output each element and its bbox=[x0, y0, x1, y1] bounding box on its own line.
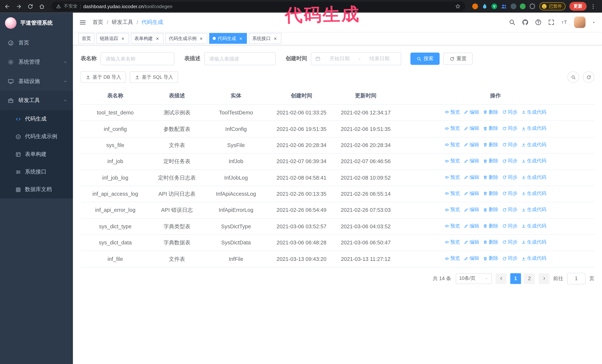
action-generate-code[interactable]: 生成代码 bbox=[521, 190, 547, 197]
tag-home[interactable]: 首页 bbox=[78, 33, 95, 44]
avatar-caret-icon[interactable] bbox=[592, 20, 596, 24]
action-delete[interactable]: 删除 bbox=[483, 206, 498, 213]
browser-menu-icon[interactable] bbox=[588, 1, 598, 11]
reset-button[interactable]: 重置 bbox=[443, 52, 473, 65]
action-edit[interactable]: 编辑 bbox=[464, 109, 479, 116]
action-delete[interactable]: 删除 bbox=[483, 239, 498, 246]
help-icon[interactable] bbox=[535, 19, 542, 26]
action-sync[interactable]: 同步 bbox=[502, 206, 517, 213]
action-generate-code[interactable]: 生成代码 bbox=[521, 125, 547, 132]
browser-home-icon[interactable] bbox=[37, 1, 47, 11]
action-sync[interactable]: 同步 bbox=[502, 255, 517, 262]
sidebar-subitem-codegen-example[interactable]: 代码生成示例 bbox=[0, 128, 73, 145]
action-delete[interactable]: 删除 bbox=[483, 109, 498, 116]
action-sync[interactable]: 同步 bbox=[502, 174, 517, 181]
action-edit[interactable]: 编辑 bbox=[464, 190, 479, 197]
address-bar[interactable]: 不安全 dashboard.yudao.iocoder.cn/tool/code… bbox=[52, 1, 465, 11]
table-desc-input[interactable] bbox=[204, 52, 276, 65]
github-icon[interactable] bbox=[522, 19, 529, 26]
action-generate-code[interactable]: 生成代码 bbox=[521, 141, 547, 148]
extension-leaf-icon[interactable] bbox=[520, 3, 526, 9]
profile-paused-badge[interactable]: 已暂停 bbox=[539, 2, 566, 10]
action-edit[interactable]: 编辑 bbox=[464, 174, 479, 181]
table-name-input[interactable] bbox=[101, 52, 174, 65]
close-icon[interactable]: × bbox=[199, 36, 204, 41]
sidebar-subitem-form-builder[interactable]: 表单构建 bbox=[0, 146, 73, 163]
browser-back-icon[interactable] bbox=[2, 1, 12, 11]
action-preview[interactable]: 预览 bbox=[445, 141, 460, 148]
sidebar-item-devtools[interactable]: 研发工具 bbox=[0, 91, 73, 110]
page-button-1[interactable]: 1 bbox=[510, 273, 521, 284]
bookmark-star-icon[interactable] bbox=[455, 3, 461, 9]
close-icon[interactable]: × bbox=[273, 36, 278, 41]
action-delete[interactable]: 删除 bbox=[483, 222, 498, 229]
sidebar-subitem-system-api[interactable]: 系统接口 bbox=[0, 163, 73, 181]
font-size-icon[interactable]: TT bbox=[561, 19, 568, 26]
close-icon[interactable]: × bbox=[155, 36, 160, 41]
extension-dark-icon[interactable] bbox=[511, 3, 516, 9]
tag-codegen[interactable]: 代码生成× bbox=[209, 33, 247, 44]
sidebar-subitem-db-doc[interactable]: 数据库文档 bbox=[0, 181, 73, 198]
action-sync[interactable]: 同步 bbox=[502, 109, 517, 116]
action-delete[interactable]: 删除 bbox=[483, 141, 498, 148]
sidebar-item-home[interactable]: 首页 bbox=[0, 33, 73, 52]
sidebar-item-infra[interactable]: 基础设施 bbox=[0, 72, 73, 91]
tag-form-builder[interactable]: 表单构建× bbox=[131, 33, 163, 44]
action-generate-code[interactable]: 生成代码 bbox=[521, 222, 547, 229]
action-edit[interactable]: 编辑 bbox=[464, 157, 479, 165]
extensions-puzzle-icon[interactable] bbox=[529, 3, 536, 10]
header-search-icon[interactable] bbox=[509, 19, 516, 26]
browser-forward-icon[interactable] bbox=[14, 1, 24, 11]
action-sync[interactable]: 同步 bbox=[502, 222, 517, 229]
action-generate-code[interactable]: 生成代码 bbox=[521, 174, 547, 181]
action-preview[interactable]: 预览 bbox=[445, 190, 460, 197]
action-sync[interactable]: 同步 bbox=[502, 157, 517, 165]
next-page-button[interactable] bbox=[539, 273, 549, 284]
action-sync[interactable]: 同步 bbox=[502, 239, 517, 246]
breadcrumb-item[interactable]: 研发工具 bbox=[112, 19, 133, 26]
tag-tracer[interactable]: 链路追踪× bbox=[96, 33, 129, 44]
action-delete[interactable]: 删除 bbox=[483, 255, 498, 262]
action-generate-code[interactable]: 生成代码 bbox=[521, 109, 547, 116]
page-size-select[interactable]: 10条/页 bbox=[456, 273, 492, 284]
action-delete[interactable]: 删除 bbox=[483, 125, 498, 132]
action-edit[interactable]: 编辑 bbox=[464, 206, 479, 213]
action-sync[interactable]: 同步 bbox=[502, 190, 517, 197]
action-generate-code[interactable]: 生成代码 bbox=[521, 206, 547, 213]
action-generate-code[interactable]: 生成代码 bbox=[521, 239, 547, 246]
extension-drop-icon[interactable] bbox=[481, 3, 488, 10]
tag-codegen-example[interactable]: 代码生成示例× bbox=[165, 33, 207, 44]
close-icon[interactable]: × bbox=[120, 36, 126, 41]
user-avatar[interactable] bbox=[574, 16, 586, 28]
toggle-search-button[interactable] bbox=[567, 72, 579, 83]
action-delete[interactable]: 删除 bbox=[483, 157, 498, 165]
action-preview[interactable]: 预览 bbox=[445, 239, 460, 246]
action-preview[interactable]: 预览 bbox=[445, 109, 460, 116]
action-delete[interactable]: 删除 bbox=[483, 174, 498, 181]
import-db-button[interactable]: 基于 DB 导入 bbox=[81, 72, 126, 83]
action-preview[interactable]: 预览 bbox=[445, 206, 460, 213]
sidebar-item-system[interactable]: 系统管理 bbox=[0, 52, 73, 72]
action-preview[interactable]: 预览 bbox=[445, 222, 460, 229]
action-edit[interactable]: 编辑 bbox=[464, 125, 479, 132]
fullscreen-icon[interactable] bbox=[548, 19, 555, 26]
action-edit[interactable]: 编辑 bbox=[464, 141, 479, 148]
action-preview[interactable]: 预览 bbox=[445, 157, 460, 165]
import-sql-button[interactable]: 基于 SQL 导入 bbox=[130, 72, 178, 83]
action-delete[interactable]: 删除 bbox=[483, 190, 498, 197]
prev-page-button[interactable] bbox=[496, 273, 506, 284]
sidebar-subitem-codegen[interactable]: 代码生成 bbox=[0, 110, 73, 128]
goto-page-input[interactable] bbox=[567, 273, 585, 284]
action-edit[interactable]: 编辑 bbox=[464, 239, 479, 246]
app-logo[interactable]: 芋道管理系统 bbox=[0, 13, 73, 33]
action-preview[interactable]: 预览 bbox=[445, 174, 460, 181]
action-sync[interactable]: 同步 bbox=[502, 125, 517, 132]
close-icon[interactable]: × bbox=[238, 36, 243, 41]
hamburger-icon[interactable] bbox=[79, 19, 86, 26]
action-edit[interactable]: 编辑 bbox=[464, 222, 479, 229]
breadcrumb-item[interactable]: 首页 bbox=[93, 19, 103, 26]
action-sync[interactable]: 同步 bbox=[502, 141, 517, 148]
refresh-table-button[interactable] bbox=[583, 72, 594, 83]
tag-system-api[interactable]: 系统接口× bbox=[249, 33, 281, 44]
extension-green-v-icon[interactable]: V bbox=[491, 3, 497, 9]
